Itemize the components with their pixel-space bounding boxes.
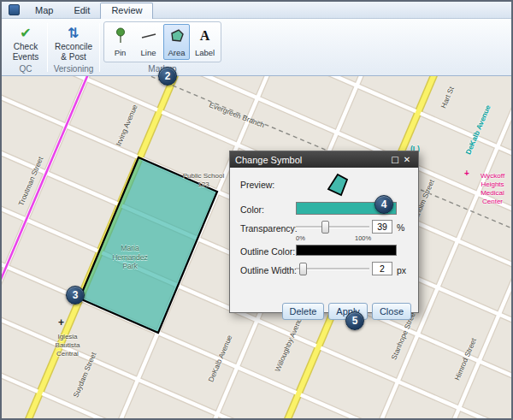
change-symbol-dialog: Change Symbol □ ✕ Preview: Color: Transp…	[229, 151, 419, 313]
callout-badge-2: 2	[158, 67, 177, 86]
tab-map[interactable]: Map	[25, 3, 63, 18]
label-label: Label	[195, 48, 215, 59]
area-label: Area	[168, 48, 185, 59]
symbol-preview	[326, 173, 350, 197]
delete-button[interactable]: Delete	[282, 303, 325, 320]
pin-label: Pin	[115, 48, 127, 59]
reconcile-post-button[interactable]: ⇅ Reconcile & Post	[51, 21, 96, 62]
transparency-input[interactable]	[372, 220, 392, 234]
area-icon	[168, 27, 186, 44]
callout-badge-5: 5	[345, 311, 364, 330]
preview-label: Preview:	[240, 180, 274, 190]
app-window: Map Edit Review ✔ Check Events QC ⇅ Reco…	[0, 0, 513, 420]
reconcile-icon: ⇅	[68, 24, 79, 41]
outline-width-unit: px	[397, 265, 406, 275]
group-separator	[47, 23, 48, 72]
reconcile-post-label: Reconcile & Post	[52, 42, 95, 62]
dialog-body: Preview: Color: Transparency: 0% 100% % …	[230, 168, 418, 312]
group-versioning: ⇅ Reconcile & Post Versioning	[49, 21, 98, 75]
pin-icon	[113, 27, 128, 44]
label-icon: A	[200, 27, 210, 44]
outline-color-label: Outline Color:	[240, 246, 295, 257]
markup-gallery: Pin Line Area A Label	[103, 21, 221, 62]
pin-button[interactable]: Pin	[107, 24, 133, 60]
check-icon: ✔	[20, 24, 31, 41]
line-icon	[140, 27, 157, 44]
line-button[interactable]: Line	[135, 24, 162, 60]
transparency-label: Transparency:	[240, 223, 298, 234]
app-icon[interactable]	[9, 4, 20, 15]
close-icon[interactable]: ✕	[401, 155, 413, 164]
transparency-max-label: 100%	[355, 234, 371, 242]
transparency-min-label: 0%	[296, 234, 305, 242]
transparency-slider[interactable]	[296, 221, 369, 234]
outline-width-slider[interactable]	[296, 263, 369, 275]
label-button[interactable]: A Label	[192, 24, 218, 60]
outline-color-swatch[interactable]	[296, 245, 397, 256]
color-label: Color:	[240, 204, 264, 215]
line-label: Line	[141, 48, 156, 59]
group-qc: ✔ Check Events QC	[5, 21, 46, 75]
tab-review[interactable]: Review	[100, 3, 153, 19]
outline-width-label: Outline Width:	[240, 265, 297, 275]
ribbon: ✔ Check Events QC ⇅ Reconcile & Post Ver…	[2, 19, 511, 76]
dialog-title: Change Symbol	[235, 155, 389, 165]
transparency-unit: %	[397, 222, 404, 233]
ribbon-tab-bar: Map Edit Review	[2, 2, 511, 19]
transparency-slider-track[interactable]	[296, 226, 369, 228]
tab-edit[interactable]: Edit	[63, 3, 100, 18]
check-events-button[interactable]: ✔ Check Events	[8, 21, 44, 62]
callout-badge-3: 3	[66, 286, 85, 305]
transparency-slider-thumb[interactable]	[321, 221, 329, 234]
callout-badge-4: 4	[374, 195, 393, 214]
group-label-versioning: Versioning	[54, 64, 94, 75]
outline-width-input[interactable]	[372, 262, 392, 275]
maximize-icon[interactable]: □	[389, 155, 401, 164]
check-events-label: Check Events	[9, 42, 43, 62]
dialog-titlebar[interactable]: Change Symbol □ ✕	[230, 151, 418, 168]
area-button[interactable]: Area	[163, 24, 190, 60]
group-separator	[99, 23, 100, 72]
outline-width-slider-thumb[interactable]	[299, 263, 307, 275]
group-label-qc: QC	[20, 64, 32, 75]
close-button[interactable]: Close	[372, 303, 411, 320]
